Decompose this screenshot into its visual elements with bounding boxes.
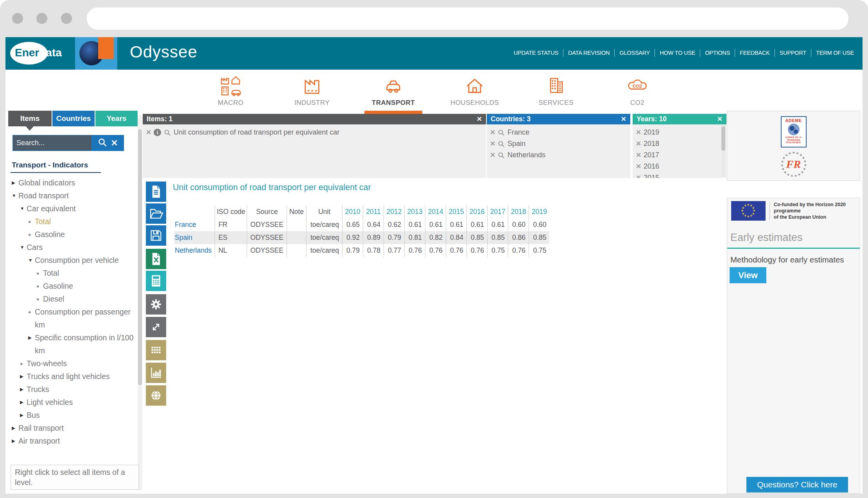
- search-input[interactable]: [13, 135, 92, 151]
- tab-items[interactable]: Items: [8, 111, 52, 126]
- menu-item-glossary[interactable]: GLOSSARY: [615, 49, 655, 57]
- data-table-button[interactable]: [146, 340, 166, 360]
- info-icon[interactable]: i: [154, 129, 161, 136]
- tree-item-consumption-per-vehicle[interactable]: ▼Consumption per vehicle: [9, 254, 138, 267]
- search-icon[interactable]: [98, 138, 107, 149]
- column-header-2018[interactable]: 2018: [508, 205, 529, 218]
- column-header-2015[interactable]: 2015: [446, 205, 466, 218]
- column-header-2019[interactable]: 2019: [529, 205, 549, 218]
- menu-item-update-status[interactable]: UPDATE STATUS: [509, 49, 563, 57]
- column-header-2012[interactable]: 2012: [384, 205, 404, 218]
- tree-item-gasoline[interactable]: •Gasoline: [9, 280, 138, 293]
- fr-presidency-logo[interactable]: FR: [781, 152, 806, 177]
- window-button-3[interactable]: [61, 13, 72, 24]
- map-globe-button[interactable]: [146, 385, 166, 406]
- tree-item-car-equivalent[interactable]: ▼Car equivalent: [9, 202, 138, 215]
- address-bar[interactable]: [87, 7, 848, 30]
- list-item[interactable]: ✕2016: [633, 161, 726, 172]
- years-scrollbar-thumb[interactable]: [721, 126, 725, 151]
- tree-item-bus[interactable]: ▶Bus: [9, 409, 138, 422]
- column-header-2011[interactable]: 2011: [363, 205, 384, 218]
- zoom-item-icon[interactable]: [498, 152, 505, 159]
- tree-item-global-indicators[interactable]: ▶Global indicators: [9, 176, 138, 189]
- list-item[interactable]: ✕2019: [633, 127, 726, 138]
- column-header-2010[interactable]: 2010: [342, 205, 363, 218]
- tree-item-trucks[interactable]: ▶Trucks: [9, 383, 138, 396]
- menu-item-support[interactable]: SUPPORT: [775, 49, 811, 57]
- tree-item-road-transport[interactable]: ▼Road transport: [9, 189, 138, 202]
- list-item[interactable]: ✕2017: [633, 149, 726, 161]
- bar-chart-button[interactable]: [146, 363, 166, 383]
- remove-icon[interactable]: ✕: [146, 128, 154, 137]
- enerdata-logo[interactable]: Enerdata: [15, 47, 62, 59]
- column-header-2016[interactable]: 2016: [466, 205, 487, 218]
- tree-item-air-transport[interactable]: ▶Air transport: [9, 435, 138, 448]
- tree-item-trucks-and-light-vehicles[interactable]: ▶Trucks and light vehicles: [9, 370, 138, 383]
- tree-item-consumption-per-passenger-km[interactable]: •Consumption per passenger km: [9, 306, 138, 331]
- zoom-item-icon[interactable]: [498, 129, 505, 136]
- expand-button[interactable]: [146, 317, 166, 337]
- tab-countries[interactable]: Countries: [52, 111, 95, 126]
- column-header-2014[interactable]: 2014: [425, 205, 446, 218]
- column-header-2013[interactable]: 2013: [404, 205, 425, 218]
- years-panel-close-icon[interactable]: ✕: [717, 116, 723, 122]
- remove-icon[interactable]: ✕: [636, 162, 644, 171]
- countries-panel-close-icon[interactable]: ✕: [621, 116, 626, 122]
- items-panel-close-icon[interactable]: ✕: [477, 116, 482, 122]
- clear-search-icon[interactable]: ✕: [111, 139, 118, 147]
- tree-item-specific-consumption-in-l-100-km[interactable]: ▶Specific consumption in l/100 km: [9, 331, 138, 357]
- excel-export-button[interactable]: [146, 249, 166, 269]
- remove-icon[interactable]: ✕: [636, 151, 644, 159]
- list-item[interactable]: ✕iUnit consumption of road transport per…: [143, 127, 486, 138]
- list-item[interactable]: ✕Spain: [487, 138, 630, 149]
- tree-item-total[interactable]: •Total: [9, 267, 138, 280]
- menu-item-how-to-use[interactable]: HOW TO USE: [655, 49, 700, 57]
- menu-item-term-of-use[interactable]: TERM OF USE: [811, 49, 854, 57]
- sector-co2[interactable]: CO2CO2: [598, 70, 676, 114]
- tree-item-rail-transport[interactable]: ▶Rail transport: [9, 422, 138, 435]
- country-link[interactable]: France: [174, 218, 215, 231]
- window-button-2[interactable]: [36, 13, 47, 24]
- sidebar-scrollbar-thumb[interactable]: [138, 129, 142, 385]
- tree-item-two-wheels[interactable]: •Two-wheels: [9, 357, 138, 370]
- sector-households[interactable]: HOUSEHOLDS: [436, 70, 514, 114]
- sector-services[interactable]: SERVICES: [517, 70, 595, 114]
- settings-gear-button[interactable]: [146, 294, 166, 315]
- remove-icon[interactable]: ✕: [636, 174, 644, 178]
- remove-icon[interactable]: ✕: [636, 140, 644, 148]
- column-header-2017[interactable]: 2017: [487, 205, 508, 218]
- remove-icon[interactable]: ✕: [490, 151, 498, 159]
- sector-transport[interactable]: TRANSPORT: [354, 70, 432, 114]
- country-link[interactable]: Netherlands: [174, 244, 215, 257]
- tree-item-gasoline[interactable]: •Gasoline: [9, 228, 138, 241]
- view-button[interactable]: View: [730, 267, 766, 283]
- country-link[interactable]: Spain: [174, 231, 215, 244]
- menu-item-feedback[interactable]: FEEDBACK: [735, 49, 775, 57]
- ademe-logo[interactable]: ADEME AGENCE DE LATRANSITIONÉCOLOGIQUE: [781, 116, 807, 147]
- window-button-1[interactable]: [12, 13, 23, 24]
- save-button[interactable]: [146, 225, 166, 246]
- odyssee-logo-tile[interactable]: [75, 37, 117, 70]
- tree-item-cars[interactable]: ▼Cars: [9, 241, 138, 254]
- tab-years[interactable]: Years: [95, 111, 138, 126]
- sector-macro[interactable]: MACRO: [192, 70, 270, 114]
- zoom-item-icon[interactable]: [164, 129, 171, 136]
- list-item[interactable]: ✕France: [487, 127, 630, 138]
- remove-icon[interactable]: ✕: [636, 128, 644, 137]
- list-item[interactable]: ✕2018: [633, 138, 726, 149]
- calculator-button[interactable]: [146, 271, 166, 291]
- remove-icon[interactable]: ✕: [490, 140, 498, 148]
- open-folder-button[interactable]: [146, 203, 166, 224]
- remove-icon[interactable]: ✕: [490, 128, 498, 137]
- list-item[interactable]: ✕Netherlands: [487, 149, 630, 161]
- zoom-item-icon[interactable]: [498, 140, 505, 147]
- address-input[interactable]: [87, 7, 848, 30]
- sector-industry[interactable]: INDUSTRY: [273, 70, 351, 114]
- document-button[interactable]: [146, 182, 166, 202]
- tree-item-total[interactable]: •Total: [9, 215, 138, 228]
- tree-item-diesel[interactable]: •Diesel: [9, 293, 138, 306]
- questions-button[interactable]: Questions? Click here: [746, 477, 848, 493]
- search-button[interactable]: ✕: [92, 135, 124, 151]
- menu-item-data-revision[interactable]: DATA REVISION: [563, 49, 615, 57]
- tree-item-light-vehicles[interactable]: ▶Light vehicles: [9, 396, 138, 409]
